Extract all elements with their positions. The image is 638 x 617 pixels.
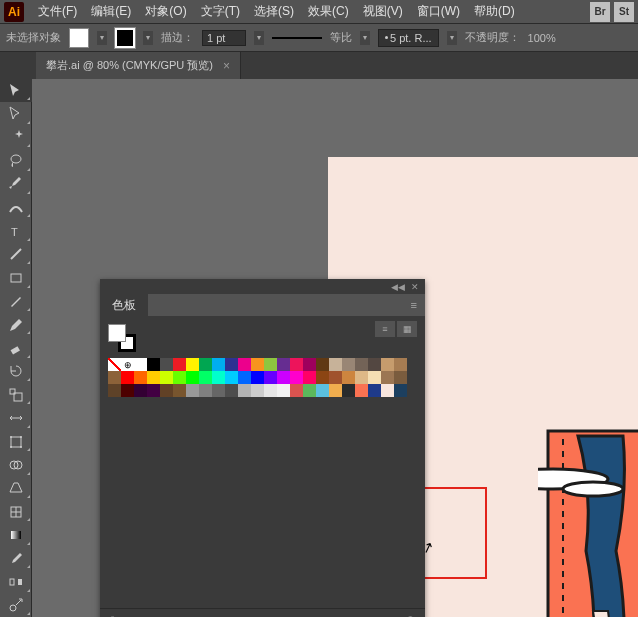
panel-menu-icon[interactable]: ≡ [403, 299, 425, 311]
menu-view[interactable]: 视图(V) [357, 1, 409, 22]
cloud-icon[interactable]: ☁ [145, 614, 157, 618]
menu-edit[interactable]: 编辑(E) [85, 1, 137, 22]
show-swatch-kinds-icon[interactable]: ◐ [125, 614, 135, 618]
swatch[interactable] [238, 358, 251, 371]
swatch[interactable] [212, 371, 225, 384]
panel-tab-swatches[interactable]: 色板 [100, 294, 148, 317]
menu-window[interactable]: 窗口(W) [411, 1, 466, 22]
menu-object[interactable]: 对象(O) [139, 1, 192, 22]
tool-scale[interactable] [0, 383, 32, 406]
swatch[interactable] [264, 371, 277, 384]
swatch[interactable] [134, 371, 147, 384]
swatch[interactable] [394, 384, 407, 397]
stroke-style-preview[interactable] [272, 37, 322, 39]
tool-curvature[interactable] [0, 196, 32, 219]
swatch[interactable] [147, 384, 160, 397]
tool-pencil[interactable] [0, 313, 32, 336]
swatch[interactable] [251, 384, 264, 397]
swatch[interactable] [355, 358, 368, 371]
swatch[interactable] [329, 384, 342, 397]
menu-help[interactable]: 帮助(D) [468, 1, 521, 22]
swatch[interactable] [160, 384, 173, 397]
swatch[interactable] [264, 384, 277, 397]
fill-stroke-indicator[interactable] [108, 324, 136, 352]
swatch[interactable] [121, 371, 134, 384]
swatch[interactable] [160, 358, 173, 371]
folder-icon[interactable]: ▬ [369, 614, 381, 618]
tool-magic-wand[interactable] [0, 126, 32, 149]
swatch[interactable] [355, 384, 368, 397]
swatch[interactable] [290, 371, 303, 384]
menu-select[interactable]: 选择(S) [248, 1, 300, 22]
tool-blend[interactable] [0, 570, 32, 593]
swatch[interactable] [368, 384, 381, 397]
tool-shape-builder[interactable] [0, 453, 32, 476]
panel-collapse-icon[interactable]: ◀◀ [391, 282, 405, 292]
tool-pen[interactable] [0, 173, 32, 196]
swatch[interactable] [355, 371, 368, 384]
swatch[interactable] [173, 371, 186, 384]
new-swatch-icon[interactable]: ▫ [391, 614, 395, 618]
swatch[interactable] [303, 358, 316, 371]
menu-effect[interactable]: 效果(C) [302, 1, 355, 22]
swatch[interactable] [381, 358, 394, 371]
tool-rotate[interactable] [0, 360, 32, 383]
swatch[interactable] [108, 371, 121, 384]
swatch[interactable] [238, 371, 251, 384]
swatch[interactable] [251, 371, 264, 384]
swatch[interactable] [316, 371, 329, 384]
swatch[interactable] [342, 358, 355, 371]
swatch[interactable] [394, 358, 407, 371]
tool-gradient[interactable] [0, 523, 32, 546]
new-color-group-icon[interactable]: ▭ [348, 614, 359, 618]
swatch[interactable] [160, 371, 173, 384]
tool-selection[interactable] [0, 79, 32, 102]
swatch[interactable] [394, 371, 407, 384]
bridge-icon[interactable]: Br [590, 2, 610, 22]
stroke-color[interactable] [115, 28, 135, 48]
swatch-library-icon[interactable]: ⎙ [108, 614, 115, 618]
swatch[interactable] [186, 384, 199, 397]
swatch[interactable] [108, 384, 121, 397]
swatch[interactable] [199, 384, 212, 397]
swatch[interactable] [238, 384, 251, 397]
swatch[interactable] [225, 358, 238, 371]
swatch[interactable] [303, 384, 316, 397]
swatch[interactable] [147, 371, 160, 384]
swatch[interactable] [121, 384, 134, 397]
brush-preview[interactable]: 5 pt. R... [378, 29, 439, 47]
swatch[interactable] [147, 358, 160, 371]
swatch[interactable] [329, 358, 342, 371]
list-view-button[interactable]: ≡ [375, 321, 395, 337]
swatch[interactable] [199, 358, 212, 371]
tool-paintbrush[interactable] [0, 290, 32, 313]
tool-width[interactable] [0, 406, 32, 429]
tool-line[interactable] [0, 243, 32, 266]
tool-mesh[interactable] [0, 500, 32, 523]
delete-swatch-icon[interactable]: 🗑 [405, 614, 417, 618]
fill-dropdown[interactable]: ▾ [97, 31, 107, 45]
swatch[interactable] [316, 358, 329, 371]
swatch[interactable] [277, 358, 290, 371]
swatch[interactable] [186, 358, 199, 371]
swatch[interactable] [368, 358, 381, 371]
tool-direct-selection[interactable] [0, 102, 32, 125]
swatch[interactable] [173, 358, 186, 371]
menu-text[interactable]: 文字(T) [195, 1, 246, 22]
swatch[interactable] [225, 371, 238, 384]
swatch[interactable] [381, 384, 394, 397]
tool-free-transform[interactable] [0, 430, 32, 453]
fill-color[interactable] [69, 28, 89, 48]
stock-icon[interactable]: St [614, 2, 634, 22]
grid-view-button[interactable]: ▦ [397, 321, 417, 337]
swatch[interactable] [290, 358, 303, 371]
swatch[interactable] [277, 371, 290, 384]
swatch[interactable] [290, 384, 303, 397]
document-tab[interactable]: 攀岩.ai @ 80% (CMYK/GPU 预览) × [36, 52, 241, 79]
swatch[interactable] [316, 384, 329, 397]
swatch[interactable] [303, 371, 316, 384]
swatch[interactable] [381, 371, 394, 384]
tool-eraser[interactable] [0, 336, 32, 359]
tool-perspective[interactable] [0, 477, 32, 500]
swatch[interactable]: ⊕ [121, 358, 134, 371]
